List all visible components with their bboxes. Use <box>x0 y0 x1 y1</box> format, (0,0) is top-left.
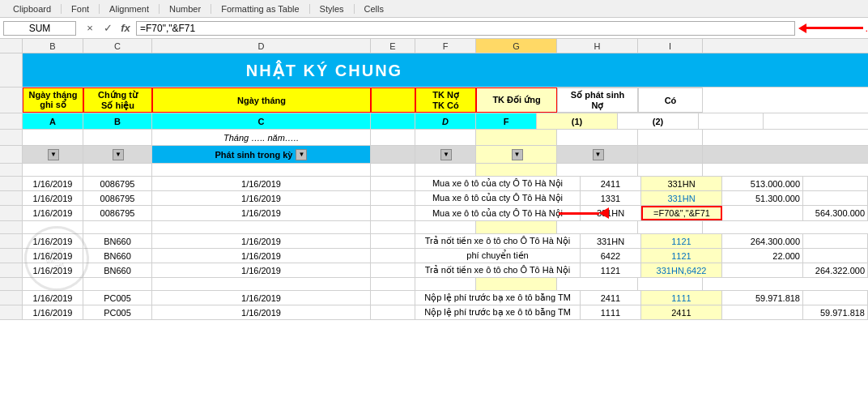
months-e <box>371 130 415 145</box>
d3-e <box>371 206 415 220</box>
row-num-s0 <box>0 164 23 176</box>
spreadsheet-title: NHẬT KÝ CHUNG <box>25 61 623 80</box>
ribbon-bar: Clipboard Font Alignment Number Formatti… <box>0 0 868 18</box>
d2-b: 1/16/2019 <box>23 191 83 205</box>
d1-i <box>803 177 868 190</box>
sp1-i <box>638 221 703 233</box>
data-row-5: 1/16/2019 BN660 1/16/2019 phí chuyển tiề… <box>0 249 868 263</box>
s0-h <box>557 164 638 176</box>
d3-diengiai: Mua xe ô tô của cty Ô Tô Hà Nội <box>415 206 581 220</box>
cancel-icon[interactable]: × <box>83 21 97 36</box>
sp1-b <box>23 221 83 233</box>
filter-h-dropdown[interactable]: ▼ <box>593 149 604 160</box>
d4-g: 1121 <box>641 234 722 248</box>
months-h <box>557 130 638 145</box>
title-row: NHẬT KÝ CHUNG <box>0 53 868 88</box>
d5-b: 1/16/2019 <box>23 249 83 263</box>
header-c: Chứng từ Số hiệu <box>83 88 152 113</box>
d7-h: 59.971.818 <box>722 291 803 305</box>
months-d: Tháng ….. năm….. <box>152 130 371 145</box>
filter-b-dropdown[interactable]: ▼ <box>48 149 59 160</box>
d6-b: 1/16/2019 <box>23 263 83 277</box>
d1-b: 1/16/2019 <box>23 177 83 190</box>
d4-b: 1/16/2019 <box>23 234 83 248</box>
ribbon-styles: Styles <box>310 4 355 14</box>
d7-diengiai: Nộp lệ phí trước bạ xe ô tô bằng TM <box>415 291 581 305</box>
d8-b: 1/16/2019 <box>23 305 83 319</box>
d8-g: 2411 <box>641 305 722 319</box>
header2-b: A <box>23 113 83 129</box>
row-num-2 <box>0 191 23 205</box>
fx-icon[interactable]: fx <box>118 21 133 36</box>
sp1-f <box>415 221 476 233</box>
d4-c: BN660 <box>83 234 152 248</box>
d6-c: BN660 <box>83 263 152 277</box>
filter-g: ▼ <box>476 146 557 163</box>
row-num-sp2 <box>0 278 23 290</box>
sheet-grid: NHẬT KÝ CHUNG Ngày tháng ghi sổ Chứng từ… <box>0 53 868 320</box>
spacer-row-0 <box>0 164 868 177</box>
title-cell-g <box>626 53 707 87</box>
filter-d-dropdown[interactable]: ▼ <box>296 149 307 160</box>
header2-f2: F <box>476 113 537 129</box>
header2-e <box>371 113 415 129</box>
months-i <box>638 130 703 145</box>
d7-b: 1/16/2019 <box>23 291 83 305</box>
d6-diengiai: Trả nốt tiền xe ô tô cho Ô Tô Hà Nội <box>415 263 581 277</box>
d1-g: 331HN <box>641 177 722 190</box>
filter-i <box>638 146 703 163</box>
row-num-8 <box>0 305 23 319</box>
sp2-h <box>557 278 638 290</box>
d1-e <box>371 177 415 190</box>
formula-input[interactable] <box>136 21 795 36</box>
d7-g: 1111 <box>641 291 722 305</box>
filter-c-dropdown[interactable]: ▼ <box>113 149 124 160</box>
header-b: Ngày tháng ghi sổ <box>23 88 83 113</box>
d4-f: 331HN <box>581 234 641 248</box>
formula-icons: × ✓ fx <box>79 21 136 36</box>
ribbon-formatting: Formatting as Table <box>211 4 309 14</box>
d8-d: 1/16/2019 <box>152 305 371 319</box>
data-row-7: 1/16/2019 PC005 1/16/2019 Nộp lệ phí trư… <box>0 291 868 305</box>
d5-c: BN660 <box>83 249 152 263</box>
filter-g-dropdown[interactable]: ▼ <box>512 149 523 160</box>
filter-c: ▼ <box>83 146 152 163</box>
d6-h <box>722 263 803 277</box>
col-header-f: F <box>415 39 476 53</box>
d8-diengiai: Nộp lệ phí trước bạ xe ô tô bằng TM <box>415 305 581 319</box>
d7-c: PC005 <box>83 291 152 305</box>
months-c <box>83 130 152 145</box>
name-box[interactable] <box>3 21 76 36</box>
d3-g-formula[interactable]: =F70&","&F71 <box>641 206 722 220</box>
d2-h: 51.300.000 <box>722 191 803 205</box>
d2-g: 331HN <box>641 191 722 205</box>
d5-i <box>803 249 868 263</box>
cell-arrow-annotation <box>559 207 609 219</box>
spacer-row-1 <box>0 221 868 234</box>
s0-d <box>152 164 371 176</box>
sp1-d <box>152 221 371 233</box>
header2-g: (1) <box>537 113 618 129</box>
d2-e <box>371 191 415 205</box>
filter-b: ▼ <box>23 146 83 163</box>
header-f: TK Nợ TK Có <box>415 88 476 113</box>
filter-e <box>371 146 415 163</box>
data-row-1: 1/16/2019 0086795 1/16/2019 Mua xe ô tô … <box>0 177 868 191</box>
sp2-i <box>638 278 703 290</box>
row-num-5 <box>0 249 23 263</box>
col-header-b: B <box>23 39 83 53</box>
d6-e <box>371 263 415 277</box>
ribbon-clipboard: Clipboard <box>3 4 62 14</box>
d3-h <box>722 206 803 220</box>
col-header-e: E <box>371 39 415 53</box>
filter-h: ▼ <box>557 146 638 163</box>
d2-f: 1331 <box>581 191 641 205</box>
filter-f-dropdown[interactable]: ▼ <box>440 149 452 160</box>
d7-d: 1/16/2019 <box>152 291 371 305</box>
confirm-icon[interactable]: ✓ <box>100 21 115 36</box>
row-num-filter <box>0 146 23 163</box>
d7-e <box>371 291 415 305</box>
d1-diengiai: Mua xe ô tô của cty Ô Tô Hà Nội <box>415 177 581 190</box>
d5-h: 22.000 <box>722 249 803 263</box>
header2-d: C <box>152 113 371 129</box>
